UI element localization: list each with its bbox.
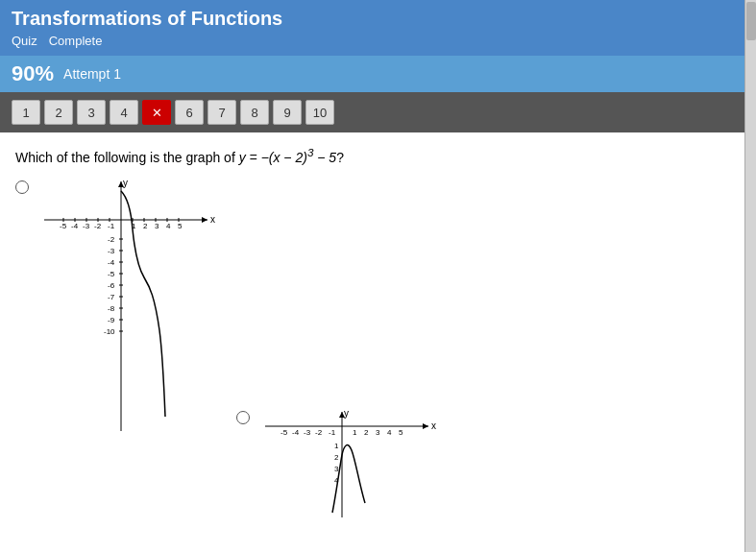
svg-text:-1: -1	[108, 222, 115, 230]
svg-text:-3: -3	[83, 222, 90, 230]
graph-2-svg: x y -5 -4 -3 -2 -1 1 2 3 4 5 1 2 3	[256, 407, 438, 522]
quiz-type-label: Quiz	[12, 34, 37, 48]
svg-marker-46	[423, 423, 428, 429]
svg-text:-4: -4	[292, 428, 300, 437]
score-bar: 90% Attempt 1	[0, 56, 756, 92]
svg-text:-4: -4	[108, 258, 115, 267]
graph-1-container: x y -5 -4 -3 -2 -1 1 2 3 4 5 -2 -3 -4	[35, 177, 217, 436]
svg-text:1: 1	[353, 428, 357, 437]
nav-btn-7[interactable]: 7	[207, 100, 236, 125]
graph-2-container: x y -5 -4 -3 -2 -1 1 2 3 4 5 1 2 3	[256, 407, 438, 522]
radio-1[interactable]	[15, 180, 29, 194]
graph-option-2[interactable]: x y -5 -4 -3 -2 -1 1 2 3 4 5 1 2 3	[236, 407, 438, 522]
svg-text:4: 4	[166, 222, 171, 230]
svg-text:-4: -4	[71, 222, 79, 230]
nav-btn-8[interactable]: 8	[240, 100, 269, 125]
status-badge: Complete	[49, 34, 103, 48]
svg-text:y: y	[123, 178, 128, 188]
svg-text:3: 3	[376, 428, 380, 437]
svg-text:-10: -10	[104, 327, 115, 336]
radio-2[interactable]	[236, 411, 250, 424]
nav-btn-2[interactable]: 2	[44, 100, 73, 125]
svg-text:5: 5	[178, 222, 183, 230]
svg-text:x: x	[210, 214, 215, 225]
graph-option-1[interactable]: x y -5 -4 -3 -2 -1 1 2 3 4 5 -2 -3 -4	[15, 177, 217, 436]
nav-btn-3[interactable]: 3	[77, 100, 106, 125]
question-text: Which of the following is the graph of y…	[15, 146, 741, 165]
svg-text:-5: -5	[108, 270, 115, 278]
svg-text:2: 2	[364, 428, 369, 437]
nav-btn-10[interactable]: 10	[305, 100, 334, 125]
score-percent: 90%	[12, 61, 54, 86]
graphs-row: x y -5 -4 -3 -2 -1 1 2 3 4 5 -2 -3 -4	[15, 177, 741, 522]
svg-text:-2: -2	[108, 235, 115, 244]
svg-text:-1: -1	[329, 428, 336, 437]
nav-btn-6[interactable]: 6	[175, 100, 204, 125]
svg-text:y: y	[344, 408, 349, 419]
svg-text:-2: -2	[315, 428, 323, 437]
svg-text:2: 2	[334, 453, 339, 462]
question-formula: y = −(x − 2)3 − 5	[239, 150, 336, 165]
svg-text:-3: -3	[108, 247, 115, 255]
attempt-label: Attempt 1	[63, 66, 121, 82]
content-area: Which of the following is the graph of y…	[0, 132, 756, 552]
svg-text:-3: -3	[304, 428, 311, 437]
svg-text:4: 4	[387, 428, 392, 437]
svg-text:5: 5	[399, 428, 403, 437]
graph-1-svg: x y -5 -4 -3 -2 -1 1 2 3 4 5 -2 -3 -4	[35, 177, 217, 436]
question-nav-bar: 1234✕678910	[0, 92, 756, 132]
nav-btn-9[interactable]: 9	[273, 100, 302, 125]
nav-btn-4[interactable]: 4	[110, 100, 138, 125]
header-subtitle-bar: Quiz Complete	[0, 32, 756, 56]
svg-text:2: 2	[143, 222, 148, 230]
svg-text:-6: -6	[108, 281, 115, 290]
svg-text:-9: -9	[108, 316, 115, 324]
header-title-bar: Transformations of Functions	[0, 0, 756, 32]
svg-text:-7: -7	[108, 293, 115, 301]
svg-text:3: 3	[334, 465, 339, 473]
svg-text:-8: -8	[108, 304, 115, 313]
svg-marker-2	[202, 217, 207, 223]
svg-text:3: 3	[155, 222, 159, 230]
nav-btn-5[interactable]: ✕	[142, 100, 171, 125]
svg-text:-5: -5	[280, 428, 288, 437]
svg-text:-2: -2	[94, 222, 102, 230]
page-title: Transformations of Functions	[12, 8, 282, 29]
nav-btn-1[interactable]: 1	[12, 100, 40, 125]
svg-text:-5: -5	[60, 222, 67, 230]
svg-text:x: x	[431, 420, 436, 431]
question-prefix: Which of the following is the graph of	[15, 150, 239, 165]
svg-text:1: 1	[334, 442, 339, 450]
